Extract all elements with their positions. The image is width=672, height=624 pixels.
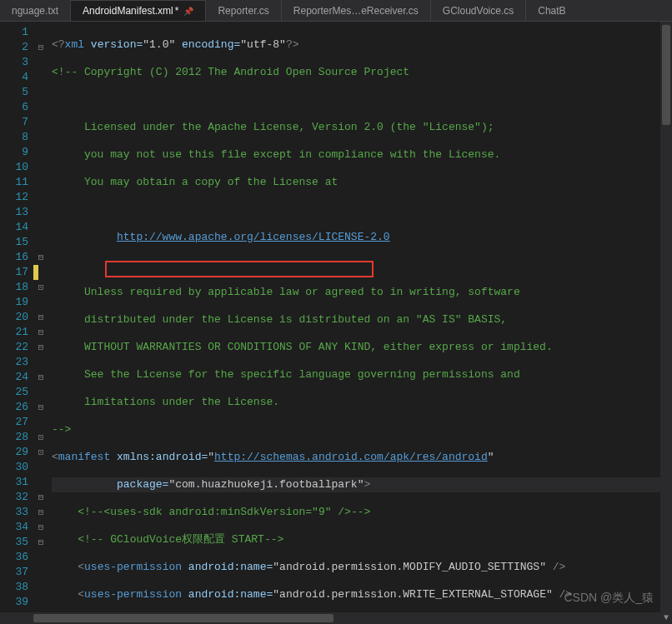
code-editor[interactable]: 123 456 789 101112 131415 161718 192021 … [0,22,672,624]
code-body[interactable]: <?xml version="1.0" encoding="utf-8"?> <… [48,22,672,624]
tab-nguage[interactable]: nguage.txt [0,0,71,21]
change-marker [33,265,38,280]
tab-gcloudvoice[interactable]: GCloudVoice.cs [431,0,526,21]
fold-gutter: ⊟ ⊟⊡ ⊟⊟⊟ ⊟⊟ ⊡⊡ ⊟⊟⊟⊟ [33,22,48,624]
tab-android-manifest[interactable]: AndroidManifest.xml* 📌 [71,0,206,21]
tab-reporter[interactable]: Reporter.cs [206,0,281,21]
line-number-gutter: 123 456 789 101112 131415 161718 192021 … [0,22,33,624]
vertical-scrollbar-thumb[interactable] [662,25,670,125]
horizontal-scrollbar-thumb[interactable] [33,614,333,622]
apache-license-link[interactable]: http://www.apache.org/licenses/LICENSE-2… [117,231,390,243]
scroll-down-icon[interactable]: ▼ [660,612,672,624]
tab-chatb[interactable]: ChatB [526,0,577,21]
tab-reporter-receiver[interactable]: ReporterMes…eReceiver.cs [282,0,431,21]
horizontal-scrollbar[interactable] [0,612,660,624]
vertical-scrollbar[interactable]: ▲ ▼ [660,22,672,624]
tab-bar: nguage.txt AndroidManifest.xml* 📌 Report… [0,0,672,22]
pin-icon: 📌 [183,7,193,16]
